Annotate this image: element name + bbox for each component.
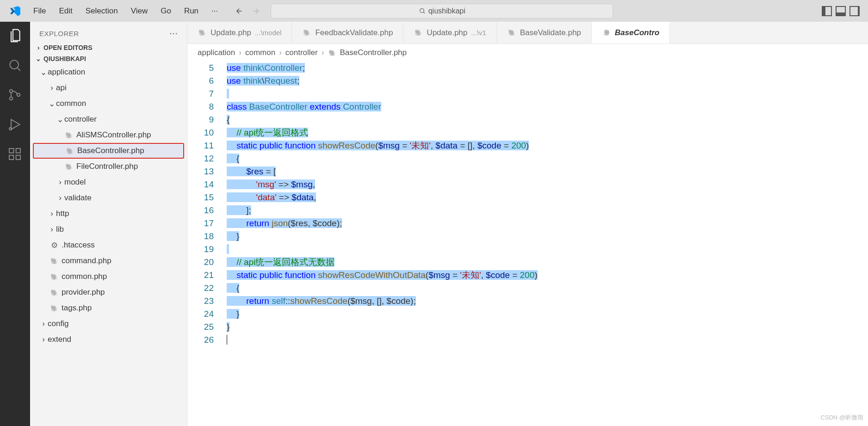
svg-point-1 [10,60,19,69]
php-icon: 🐘 [507,28,516,37]
menu-go[interactable]: Go [154,4,178,19]
svg-rect-8 [16,155,20,160]
php-icon: 🐘 [50,303,59,313]
tab-basevalidate[interactable]: 🐘BaseValidate.php [497,22,592,43]
file-filecontroller[interactable]: 🐘FileController.php [30,159,187,174]
sidebar: EXPLORER ··· ›OPEN EDITORS ⌄QIUSHIBKAPI … [30,22,187,426]
php-icon: 🐘 [414,28,423,37]
svg-rect-7 [9,155,13,160]
layout-bottom-icon[interactable] [836,6,846,16]
folder-model[interactable]: ›model [30,174,187,190]
file-command[interactable]: 🐘command.php [30,253,187,269]
nav-buttons [234,6,261,17]
vscode-logo-icon [8,4,22,18]
svg-point-0 [420,9,424,13]
run-debug-icon[interactable] [7,117,23,133]
folder-application[interactable]: ⌄application [30,64,187,80]
menu-selection[interactable]: Selection [79,4,124,19]
svg-point-5 [9,128,12,130]
editor-tabs: 🐘Update.php...\model 🐘FeedbackValidate.p… [187,22,868,44]
code-content[interactable]: use think\Controller; use think\Request;… [227,62,868,426]
tab-feedbackvalidate[interactable]: 🐘FeedbackValidate.php [292,22,403,43]
explorer-icon[interactable] [7,28,23,44]
title-bar: File Edit Selection View Go Run ··· qius… [0,0,868,22]
folder-api[interactable]: ›api [30,80,187,96]
menu-edit[interactable]: Edit [52,4,79,19]
sidebar-title: EXPLORER [39,30,79,37]
layout-right-icon[interactable] [849,6,860,16]
folder-config[interactable]: ›config [30,316,187,332]
folder-http[interactable]: ›http [30,206,187,222]
tab-basecontroller[interactable]: 🐘BaseContro [592,22,670,43]
layout-left-icon[interactable] [822,6,832,16]
folder-lib[interactable]: ›lib [30,222,187,237]
folder-controller[interactable]: ⌄controller [30,111,187,127]
nav-back-button[interactable] [234,6,245,17]
menu-bar: File Edit Selection View Go Run ··· [27,4,224,19]
editor-area: 🐘Update.php...\model 🐘FeedbackValidate.p… [187,22,868,426]
source-control-icon[interactable] [7,87,23,103]
php-icon: 🐘 [302,28,311,37]
svg-point-3 [9,97,12,100]
php-icon: 🐘 [65,146,74,155]
svg-rect-9 [16,148,20,153]
file-tags[interactable]: 🐘tags.php [30,300,187,316]
php-icon: 🐘 [50,272,59,281]
breadcrumb[interactable]: application› common› controller› 🐘BaseCo… [187,44,868,62]
search-box[interactable]: qiushibkapi [271,4,613,19]
watermark: CSDN @昕微雨 [820,411,863,424]
file-alisms[interactable]: 🐘AliSMSController.php [30,127,187,143]
file-provider[interactable]: 🐘provider.php [30,284,187,300]
layout-controls [822,6,864,16]
sidebar-more-icon[interactable]: ··· [169,27,178,39]
tab-update-v1[interactable]: 🐘Update.php...\v1 [403,22,496,43]
file-htaccess[interactable]: ⚙.htaccess [30,237,187,253]
folder-extend[interactable]: ›extend [30,332,187,347]
nav-forward-button[interactable] [250,6,261,17]
project-section[interactable]: ⌄QIUSHIBKAPI [30,53,187,64]
file-common[interactable]: 🐘common.php [30,269,187,284]
activity-bar [0,22,30,426]
menu-run[interactable]: Run [178,4,205,19]
gear-icon: ⚙ [50,241,59,250]
search-icon [419,7,426,14]
svg-rect-6 [9,148,13,153]
file-basecontroller[interactable]: 🐘BaseController.php [33,143,184,159]
line-numbers: 567891011121314151617181920212223242526 [187,62,227,426]
folder-common[interactable]: ⌄common [30,96,187,111]
menu-view[interactable]: View [124,4,155,19]
open-editors-section[interactable]: ›OPEN EDITORS [30,42,187,53]
code-editor[interactable]: 567891011121314151617181920212223242526 … [187,62,868,426]
search-text: qiushibkapi [428,7,465,15]
tab-update-model[interactable]: 🐘Update.php...\model [187,22,292,43]
php-icon: 🐘 [64,130,74,140]
php-icon: 🐘 [328,48,337,57]
file-tree: ⌄application ›api ⌄common ⌄controller 🐘A… [30,64,187,347]
php-icon: 🐘 [602,28,611,37]
php-icon: 🐘 [64,162,74,171]
svg-point-2 [9,90,12,93]
extensions-icon[interactable] [7,147,23,162]
search-activity-icon[interactable] [7,58,23,74]
php-icon: 🐘 [50,256,59,265]
php-icon: 🐘 [198,28,207,37]
php-icon: 🐘 [50,288,59,297]
folder-validate[interactable]: ›validate [30,190,187,206]
menu-more[interactable]: ··· [205,4,224,19]
menu-file[interactable]: File [27,4,52,19]
